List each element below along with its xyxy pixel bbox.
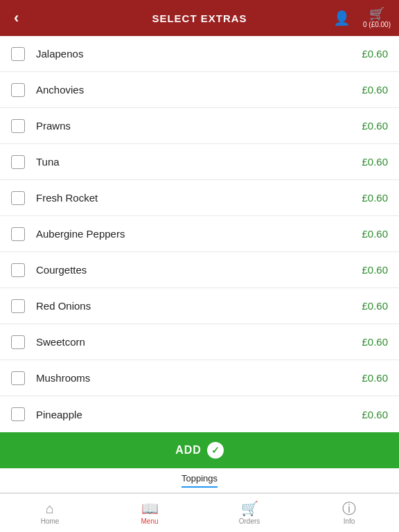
list-item[interactable]: Tuna£0.60 (0, 144, 399, 180)
item-price: £0.60 (362, 120, 388, 132)
item-price: £0.60 (362, 48, 388, 60)
item-checkbox[interactable] (11, 299, 25, 313)
item-checkbox[interactable] (11, 191, 25, 205)
item-checkbox[interactable] (11, 155, 25, 169)
nav-item-home[interactable]: ⌂Home (0, 494, 100, 532)
item-name: Aubergine Peppers (36, 228, 362, 240)
nav-label-orders: Orders (239, 517, 260, 525)
list-item[interactable]: Sweetcorn£0.60 (0, 324, 399, 360)
list-item[interactable]: Red Onions£0.60 (0, 288, 399, 324)
toppings-tab-bar: Toppings (0, 468, 399, 493)
add-check-icon (207, 442, 224, 459)
item-price: £0.60 (362, 372, 388, 384)
item-checkbox[interactable] (11, 227, 25, 241)
page-title: SELECT EXTRAS (152, 12, 247, 24)
list-item[interactable]: Fresh Rocket£0.60 (0, 180, 399, 216)
item-name: Tuna (36, 156, 362, 168)
item-price: £0.60 (362, 192, 388, 204)
nav-item-menu[interactable]: 📖Menu (100, 494, 200, 532)
cart-button[interactable]: 🛒 0 (£0.00) (363, 8, 391, 28)
bottom-nav: ⌂Home📖Menu🛒OrdersⓘInfo (0, 493, 399, 532)
item-checkbox[interactable] (11, 83, 25, 97)
nav-label-home: Home (41, 517, 60, 525)
list-item[interactable]: Courgettes£0.60 (0, 252, 399, 288)
nav-item-info[interactable]: ⓘInfo (299, 494, 399, 532)
item-name: Anchovies (36, 84, 362, 96)
nav-icon-orders: 🛒 (241, 502, 258, 515)
item-price: £0.60 (362, 409, 388, 420)
item-checkbox[interactable] (11, 119, 25, 133)
toppings-tab-label[interactable]: Toppings (181, 473, 218, 488)
list-item[interactable]: Mushrooms£0.60 (0, 360, 399, 396)
item-checkbox[interactable] (11, 335, 25, 349)
item-checkbox[interactable] (11, 407, 25, 421)
item-checkbox[interactable] (11, 263, 25, 277)
item-name: Jalapenos (36, 48, 362, 60)
list-item[interactable]: Prawns£0.60 (0, 108, 399, 144)
add-label: ADD (175, 444, 202, 456)
user-icon: 👤 (333, 10, 351, 26)
nav-icon-info: ⓘ (342, 502, 356, 515)
header: ‹ SELECT EXTRAS 👤 🛒 0 (£0.00) (0, 0, 399, 36)
list-item[interactable]: Aubergine Peppers£0.60 (0, 216, 399, 252)
list-item[interactable]: Jalapenos£0.60 (0, 36, 399, 72)
item-checkbox[interactable] (11, 47, 25, 61)
nav-item-orders[interactable]: 🛒Orders (200, 494, 299, 532)
extras-list: Jalapenos£0.60Anchovies£0.60Prawns£0.60T… (0, 36, 399, 432)
item-name: Red Onions (36, 300, 362, 312)
item-name: Mushrooms (36, 372, 362, 384)
item-checkbox[interactable] (11, 371, 25, 385)
item-price: £0.60 (362, 228, 388, 240)
item-price: £0.60 (362, 264, 388, 276)
list-item[interactable]: Pineapple£0.60 (0, 396, 399, 432)
cart-amount: 0 (£0.00) (363, 21, 391, 28)
item-name: Fresh Rocket (36, 192, 362, 204)
cart-icon: 🛒 (369, 8, 384, 20)
nav-icon-menu: 📖 (141, 502, 159, 515)
item-name: Sweetcorn (36, 336, 362, 348)
item-price: £0.60 (362, 84, 388, 96)
item-name: Pineapple (36, 409, 362, 420)
nav-label-menu: Menu (141, 517, 158, 525)
add-button[interactable]: ADD (0, 432, 399, 468)
item-name: Prawns (36, 120, 362, 132)
list-item[interactable]: Anchovies£0.60 (0, 72, 399, 108)
nav-icon-home: ⌂ (46, 502, 54, 515)
item-price: £0.60 (362, 300, 388, 312)
nav-label-info: Info (344, 517, 355, 525)
back-button[interactable]: ‹ (8, 3, 24, 33)
item-price: £0.60 (362, 336, 388, 348)
item-name: Courgettes (36, 264, 362, 276)
item-price: £0.60 (362, 156, 388, 168)
